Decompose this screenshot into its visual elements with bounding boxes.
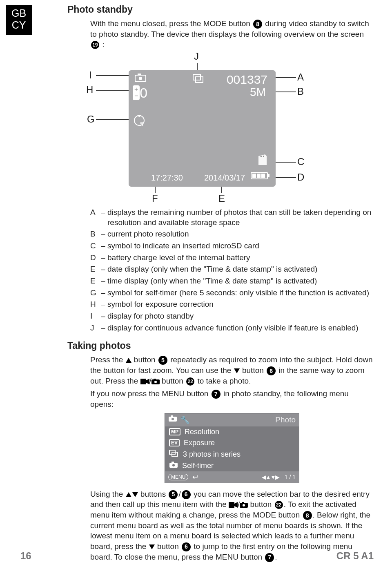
date-display: 2014/03/17 bbox=[204, 173, 245, 183]
legend-label: E bbox=[90, 264, 101, 274]
footer-arrows: ◀▲▼▶ bbox=[262, 474, 279, 480]
legend-text: symbol for exposure correction bbox=[107, 299, 374, 310]
svg-rect-13 bbox=[261, 174, 265, 178]
svg-rect-25 bbox=[172, 462, 174, 463]
svg-rect-6 bbox=[260, 156, 261, 157]
svg-rect-17 bbox=[154, 379, 156, 380]
intro-text-c: : bbox=[102, 40, 104, 49]
menu-item-icon: EV bbox=[169, 439, 180, 446]
legend-text: time display (only when the "Time & date… bbox=[107, 276, 374, 286]
ref-circle-6: 6 bbox=[267, 366, 276, 375]
ref-circle-5: 5 bbox=[169, 490, 178, 499]
up-arrow-icon bbox=[126, 358, 131, 363]
photo-mode-icon bbox=[134, 73, 147, 85]
up-arrow-icon bbox=[126, 492, 131, 497]
svg-rect-2 bbox=[138, 74, 141, 76]
menu-tab-label: Photo bbox=[275, 415, 296, 424]
time-display: 17:27:30 bbox=[151, 173, 183, 183]
footer-page-indicator: 1 / 1 bbox=[285, 474, 296, 480]
legend-text: display for continuous advance function … bbox=[107, 323, 374, 333]
legend-label: D bbox=[90, 253, 101, 263]
ref-circle-5: 5 bbox=[158, 356, 167, 365]
legend-text: symbol for self-timer (here 5 seconds: o… bbox=[107, 288, 374, 298]
legend-text: date display (only when the "Time & date… bbox=[107, 264, 374, 274]
intro-text-a: With the menu closed, press the MODE but… bbox=[90, 19, 252, 28]
lang-line2: CY bbox=[10, 19, 28, 31]
leader-C bbox=[276, 162, 296, 163]
exposure-value: 0 bbox=[140, 85, 147, 100]
legend-text: battery charge level of the internal bat… bbox=[107, 253, 374, 263]
taking-paragraph-2: If you now press the MENU button 7 in ph… bbox=[90, 388, 374, 409]
callout-F: F bbox=[152, 193, 158, 204]
down-arrow-icon bbox=[234, 368, 240, 373]
svg-point-1 bbox=[139, 77, 142, 80]
ref-circle-8: 8 bbox=[253, 20, 262, 29]
callout-I: I bbox=[89, 69, 92, 81]
footer-menu-button: MENU bbox=[168, 474, 188, 480]
video-camera-icon bbox=[140, 377, 149, 385]
down-arrow-icon bbox=[149, 544, 155, 549]
ref-circle-7: 7 bbox=[212, 390, 220, 399]
sdcard-icon bbox=[257, 154, 268, 168]
leader-G bbox=[96, 119, 129, 120]
legend-label: I bbox=[90, 311, 101, 321]
legend-label: B bbox=[90, 229, 101, 239]
resolution-value: 5M bbox=[250, 86, 266, 99]
intro-paragraph: With the menu closed, press the MODE but… bbox=[90, 18, 374, 50]
footer-back-icon: ↩ bbox=[192, 473, 198, 482]
menu-item-label: Exposure bbox=[184, 439, 215, 447]
svg-rect-8 bbox=[263, 156, 264, 157]
legend-text: current photo resolution bbox=[107, 229, 374, 239]
svg-rect-12 bbox=[257, 174, 261, 178]
callout-B: B bbox=[297, 86, 304, 97]
leader-H bbox=[96, 90, 129, 91]
legend-label: J bbox=[90, 323, 101, 333]
page-footer: 16 CR 5 A1 bbox=[20, 550, 374, 562]
menu-item-icon: MP bbox=[169, 428, 180, 435]
legend-label: G bbox=[90, 288, 101, 298]
legend-label: C bbox=[90, 241, 101, 251]
ref-circle-8: 8 bbox=[303, 511, 312, 520]
down-arrow-icon bbox=[132, 492, 138, 497]
callout-D: D bbox=[297, 172, 304, 183]
continuous-icon bbox=[192, 74, 205, 85]
callout-E: E bbox=[218, 193, 225, 204]
ref-circle-22: 22 bbox=[186, 377, 194, 386]
callout-C: C bbox=[297, 156, 304, 167]
menu-item-label: Self-timer bbox=[182, 462, 214, 470]
callout-J: J bbox=[194, 51, 199, 62]
svg-point-18 bbox=[154, 381, 157, 383]
menu-item-label: Resolution bbox=[185, 428, 219, 436]
svg-point-31 bbox=[243, 504, 245, 507]
svg-rect-10 bbox=[267, 174, 270, 177]
language-tag: GB CY bbox=[6, 5, 32, 35]
svg-rect-11 bbox=[252, 174, 256, 178]
tab-wrench-icon: 🔧 bbox=[180, 415, 189, 424]
selftimer-menu-icon bbox=[169, 462, 178, 470]
model-number: CR 5 A1 bbox=[336, 550, 374, 562]
legend-label: A bbox=[90, 208, 101, 228]
screen-diagram: J I H G A B C D F E 001337 bbox=[67, 54, 374, 205]
svg-marker-15 bbox=[146, 379, 149, 384]
tab-photo-icon bbox=[168, 415, 177, 424]
svg-rect-7 bbox=[261, 156, 262, 157]
selftimer-seconds: 5 bbox=[140, 120, 143, 127]
svg-marker-28 bbox=[234, 502, 238, 508]
menu-item-label: 3 photos in series bbox=[183, 450, 241, 459]
svg-rect-14 bbox=[140, 379, 146, 384]
leader-D bbox=[276, 177, 296, 178]
svg-rect-20 bbox=[171, 415, 173, 417]
ref-circle-22: 22 bbox=[275, 501, 283, 509]
device-screen: 001337 5M +−0 5 17:27:30 2014/03/17 bbox=[129, 70, 276, 187]
page-number: 16 bbox=[20, 550, 31, 562]
photo-camera-icon bbox=[151, 377, 160, 385]
callout-H: H bbox=[86, 84, 93, 96]
video-camera-icon bbox=[229, 500, 238, 509]
leader-I bbox=[96, 75, 129, 76]
legend-label: H bbox=[90, 299, 101, 310]
heading-photo-standby: Photo standby bbox=[67, 4, 374, 15]
callout-legend: A–displays the remaining number of photo… bbox=[67, 208, 374, 333]
svg-point-26 bbox=[172, 464, 175, 466]
exposure-icon: +−0 bbox=[133, 85, 147, 101]
legend-text: displays the remaining number of photos … bbox=[107, 208, 374, 228]
